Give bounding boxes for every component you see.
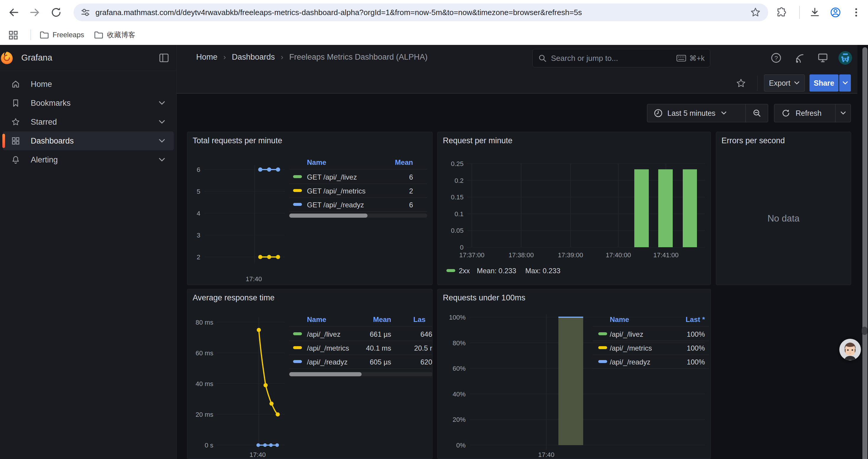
x-axis-label: 17:40 [249,451,266,458]
x-axis-label: 17:41:00 [653,251,679,259]
collapse-menu-icon[interactable] [159,53,169,63]
export-button[interactable]: Export [764,74,805,92]
series-color-pill[interactable] [598,332,607,335]
share-button[interactable]: Share [809,74,838,92]
panel-request-per-minute[interactable]: Request per minute 0.250.20.150.10.05017… [437,132,711,285]
back-icon[interactable] [8,6,20,18]
series-color-pill[interactable] [293,189,302,192]
menu-kebab-icon[interactable] [850,6,862,18]
tick-label: 40% [453,391,466,398]
search-input[interactable]: Search or jump to... ⌘+k [532,49,710,67]
tick-label: 80 ms [195,319,213,326]
chevron-down-icon [794,81,800,85]
selected-indicator [2,134,5,148]
chevron-down-icon[interactable] [158,156,165,163]
reload-icon[interactable] [50,6,62,18]
series-color-pill[interactable] [293,360,302,363]
time-range-picker[interactable]: Last 5 minutes [647,104,768,122]
legend-value: 40.1 ms [366,344,391,352]
sidebar-item-bookmarks[interactable]: Bookmarks [3,94,174,112]
favorite-star-icon[interactable] [736,78,746,89]
tick-label: 60 ms [195,350,213,357]
panel-total-requests[interactable]: Total requests per minute 6543217:40Name… [187,132,433,285]
bookmarks-bar: Freeleaps 收藏博客 [0,25,868,45]
download-icon[interactable] [809,6,821,18]
series-color-pill[interactable] [598,360,607,363]
legend-series-name: /api/_/metrics [610,344,652,352]
panel-requests-under-100ms[interactable]: Requests under 100ms 100%80%60%40%20%0%1… [437,289,711,459]
folder-icon [94,30,103,40]
chevron-down-icon[interactable] [158,119,165,126]
tick-label: 0.1 [454,210,464,218]
site-settings-icon[interactable] [80,7,91,18]
panel-errors-per-second[interactable]: Errors per second No data [716,132,851,285]
legend-value: 20.5 r [414,344,432,352]
legend-scrollbar[interactable] [289,372,362,376]
bar-2xx[interactable] [683,169,697,247]
refresh-button[interactable]: Refresh [774,104,851,122]
bar-chart[interactable]: 100%80%60%40%20%0%17:40NameLast */api/_/… [438,289,711,459]
grafana-logo[interactable] [0,51,13,65]
legend-series-name: GET /api/_/metrics [307,187,366,195]
chevron-down-icon[interactable] [158,100,165,107]
bookmark-label: Freeleaps [53,31,84,39]
grafana-app: Grafana Home › Dashboards › Freeleaps Me… [0,45,868,459]
chevron-down-icon [842,81,848,85]
user-avatar[interactable] [838,51,852,65]
bar-chart[interactable]: 0.250.20.150.10.05017:37:0017:38:0017:39… [438,132,711,285]
tick-label: 2 [197,254,200,261]
extensions-icon[interactable] [776,6,787,18]
bar-2xx[interactable] [634,169,649,247]
sidebar-item-starred[interactable]: Starred [3,112,174,131]
zoom-out-button[interactable] [745,104,768,122]
grafana-brand: Grafana [21,53,52,63]
kiosk-monitor-icon[interactable] [817,52,829,64]
tick-label: 6 [197,166,200,173]
share-dropdown-button[interactable] [839,74,851,92]
news-rss-icon[interactable] [794,52,806,64]
series-color-pill[interactable] [446,269,455,272]
help-icon[interactable]: ? [770,52,782,64]
sidebar-item-label: Alerting [31,155,158,165]
time-series-chart[interactable]: 6543217:40NameMeanGET /api/_/livez6GET /… [187,132,433,285]
bookmark-star-icon[interactable] [750,7,761,18]
assistant-avatar[interactable] [839,339,861,360]
refresh-interval-dropdown[interactable] [835,104,850,122]
series-color-pill[interactable] [293,175,302,178]
legend-scrollbar[interactable] [289,214,368,218]
apps-grid-icon[interactable] [8,30,18,40]
bookmark-label: 收藏博客 [107,30,135,40]
breadcrumb-dashboards[interactable]: Dashboards [232,53,275,62]
refresh-icon [781,109,790,118]
page-scrollbar[interactable] [862,47,867,459]
bar-under-100ms[interactable] [558,317,583,445]
sidebar-item-alerting[interactable]: Alerting [3,150,174,169]
legend-value: 2 [409,187,413,195]
sidebar-item-home[interactable]: Home [3,75,174,94]
sidebar-item-dashboards[interactable]: Dashboards [3,131,174,150]
breadcrumb: Home › Dashboards › Freeleaps Metrics Da… [196,53,428,62]
legend-header-name: Name [610,316,629,323]
series-color-pill[interactable] [598,346,607,349]
series-color-pill[interactable] [293,346,302,349]
forward-icon[interactable] [29,6,41,18]
profile-icon[interactable] [830,6,841,18]
tick-label: 20 ms [195,411,213,418]
series-color-pill[interactable] [293,332,302,335]
url-bar[interactable]: grafana.mathmast.com/d/deytv4rwavabkb/fr… [73,4,768,21]
series-color-pill[interactable] [293,203,302,206]
legend-series-name: /api/_/livez [307,330,340,338]
panel-average-response-time[interactable]: Average response time 80 ms60 ms40 ms20 … [187,289,433,459]
export-label: Export [769,79,790,88]
bar-2xx[interactable] [658,169,673,247]
url-text[interactable]: grafana.mathmast.com/d/deytv4rwavabkb/fr… [95,8,750,17]
chevron-down-icon[interactable] [158,137,165,144]
time-series-chart[interactable]: 80 ms60 ms40 ms20 ms0 s17:40NameMeanLas/… [187,289,433,459]
bookmark-folder-freeleaps[interactable]: Freeleaps [39,29,84,41]
bookmark-folder-blogs[interactable]: 收藏博客 [94,29,135,41]
legend-series-name: GET /api/_/readyz [307,201,364,209]
refresh-label: Refresh [796,109,822,118]
svg-text:?: ? [774,55,778,61]
tick-label: 0.15 [451,193,464,201]
breadcrumb-home[interactable]: Home [196,53,217,62]
